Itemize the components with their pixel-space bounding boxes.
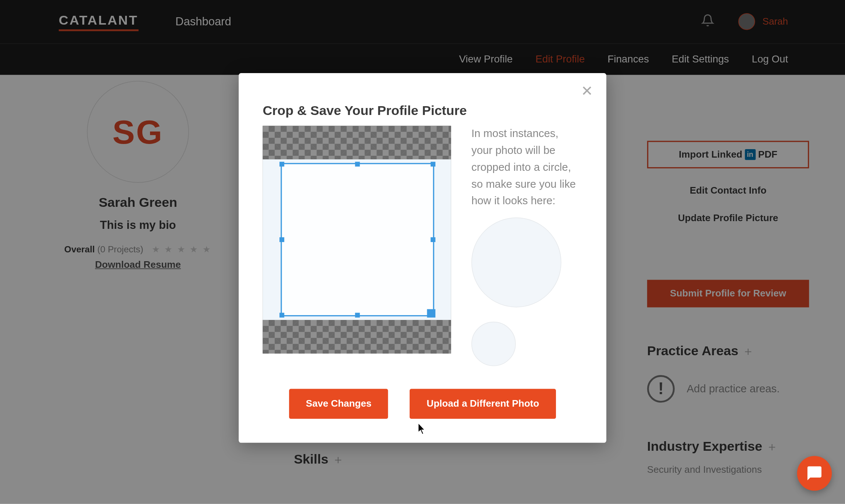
crop-rectangle[interactable] (281, 163, 434, 317)
crop-handle-nw[interactable] (279, 162, 284, 166)
crop-handle-e[interactable] (431, 237, 435, 242)
crop-handle-s[interactable] (355, 313, 360, 317)
upload-different-button[interactable]: Upload a Different Photo (410, 389, 556, 419)
preview-column: In most instances, your photo will be cr… (471, 126, 582, 367)
checker-top (263, 126, 451, 159)
crop-handle-w[interactable] (279, 237, 284, 242)
modal-overlay: ✕ Crop & Save Your Profile Picture (0, 0, 845, 504)
close-icon[interactable]: ✕ (581, 83, 593, 100)
crop-canvas[interactable] (263, 126, 451, 354)
crop-modal: ✕ Crop & Save Your Profile Picture (239, 73, 606, 443)
save-changes-button[interactable]: Save Changes (289, 389, 388, 419)
crop-hint-text: In most instances, your photo will be cr… (471, 126, 582, 209)
crop-handle-n[interactable] (355, 162, 360, 166)
checker-bottom (263, 320, 451, 353)
crop-handle-ne[interactable] (431, 162, 435, 166)
modal-title: Crop & Save Your Profile Picture (263, 103, 582, 119)
crop-handle-sw[interactable] (279, 313, 284, 317)
chat-fab[interactable] (797, 456, 832, 491)
crop-handle-se[interactable] (427, 309, 435, 318)
preview-circle-large (471, 218, 561, 308)
preview-circle-small (471, 322, 516, 367)
